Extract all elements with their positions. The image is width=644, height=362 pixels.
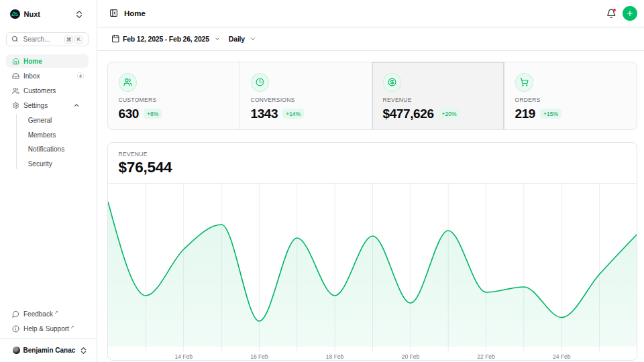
- svg-text:18 Feb: 18 Feb: [325, 353, 343, 360]
- svg-text:20 Feb: 20 Feb: [401, 353, 419, 360]
- svg-text:16 Feb: 16 Feb: [250, 353, 268, 360]
- svg-text:14 Feb: 14 Feb: [174, 353, 193, 360]
- svg-text:22 Feb: 22 Feb: [477, 353, 495, 360]
- svg-text:24 Feb: 24 Feb: [553, 353, 571, 360]
